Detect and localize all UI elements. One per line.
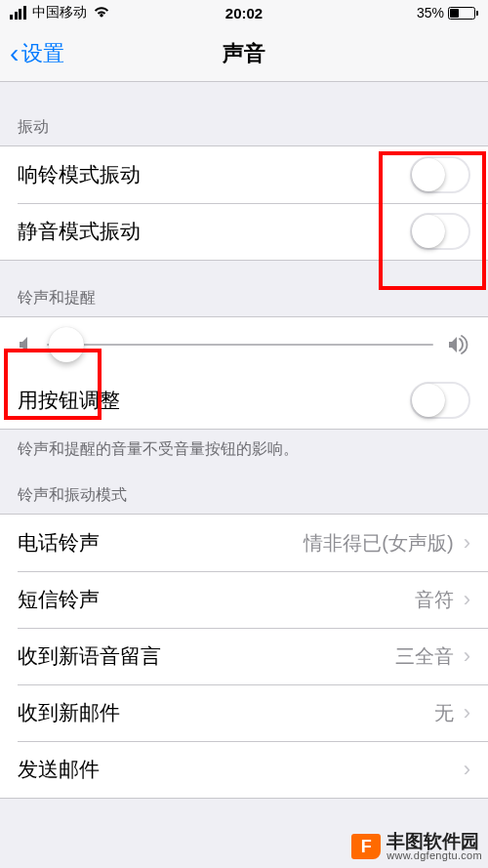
toggle-button-adjust[interactable] xyxy=(410,382,470,419)
chevron-left-icon: ‹ xyxy=(10,40,19,67)
button-adjust-group: 用按钮调整 xyxy=(0,372,488,430)
chevron-right-icon: › xyxy=(464,700,470,725)
label-new-mail: 收到新邮件 xyxy=(18,699,434,726)
volume-max-icon xyxy=(447,335,470,354)
row-new-voicemail[interactable]: 收到新语音留言 三全音 › xyxy=(0,628,488,684)
clock: 20:02 xyxy=(166,5,322,21)
value-ringtone: 情非得已(女声版) xyxy=(304,530,453,557)
chevron-right-icon: › xyxy=(464,530,470,556)
row-ringtone[interactable]: 电话铃声 情非得已(女声版) › xyxy=(0,515,488,571)
row-button-adjust: 用按钮调整 xyxy=(0,372,488,429)
row-sent-mail[interactable]: 发送邮件 › xyxy=(0,741,488,798)
value-text-tone: 音符 xyxy=(415,587,454,613)
label-ring-vibrate: 响铃模式振动 xyxy=(18,161,410,188)
status-left: 中国移动 xyxy=(10,4,166,21)
label-new-voicemail: 收到新语音留言 xyxy=(18,642,395,670)
watermark-brand: 丰图软件园 xyxy=(386,832,482,851)
row-ring-vibrate: 响铃模式振动 xyxy=(0,146,488,203)
status-right: 35% xyxy=(322,5,478,21)
section-header-ringer: 铃声和提醒 xyxy=(0,261,488,316)
nav-bar: ‹ 设置 声音 xyxy=(0,25,488,82)
label-silent-vibrate: 静音模式振动 xyxy=(18,218,410,245)
watermark-text: 丰图软件园 www.dgfengtu.com xyxy=(386,832,482,862)
back-label: 设置 xyxy=(21,39,64,68)
battery-icon xyxy=(448,7,478,20)
watermark: F 丰图软件园 www.dgfengtu.com xyxy=(351,832,482,862)
chevron-right-icon: › xyxy=(464,587,470,612)
volume-slider-row xyxy=(0,316,488,372)
battery-percent: 35% xyxy=(417,5,444,21)
footer-ringer: 铃声和提醒的音量不受音量按钮的影响。 xyxy=(0,430,488,466)
section-header-vibration: 振动 xyxy=(0,82,488,145)
slider-thumb[interactable] xyxy=(49,327,84,362)
label-button-adjust: 用按钮调整 xyxy=(18,387,410,414)
toggle-ring-vibrate[interactable] xyxy=(410,156,470,193)
chevron-right-icon: › xyxy=(464,757,470,782)
status-bar: 中国移动 20:02 35% xyxy=(0,0,488,25)
value-new-mail: 无 xyxy=(434,700,454,726)
chevron-right-icon: › xyxy=(464,643,470,669)
back-button[interactable]: ‹ 设置 xyxy=(10,39,64,68)
watermark-domain: www.dgfengtu.com xyxy=(386,850,482,862)
volume-min-icon xyxy=(18,335,33,354)
vibration-group: 响铃模式振动 静音模式振动 xyxy=(0,145,488,261)
signal-icon xyxy=(10,6,26,20)
toggle-silent-vibrate[interactable] xyxy=(410,213,470,250)
watermark-logo: F xyxy=(351,834,381,859)
label-ringtone: 电话铃声 xyxy=(18,529,304,557)
page-title: 声音 xyxy=(0,39,488,68)
carrier-label: 中国移动 xyxy=(32,4,87,21)
value-new-voicemail: 三全音 xyxy=(395,643,454,670)
row-new-mail[interactable]: 收到新邮件 无 › xyxy=(0,684,488,741)
row-text-tone[interactable]: 短信铃声 音符 › xyxy=(0,571,488,628)
volume-slider[interactable] xyxy=(47,344,433,346)
section-header-patterns: 铃声和振动模式 xyxy=(0,466,488,514)
label-text-tone: 短信铃声 xyxy=(18,586,415,613)
label-sent-mail: 发送邮件 xyxy=(18,756,454,783)
row-silent-vibrate: 静音模式振动 xyxy=(0,203,488,260)
wifi-icon xyxy=(93,5,110,21)
patterns-group: 电话铃声 情非得已(女声版) › 短信铃声 音符 › 收到新语音留言 三全音 ›… xyxy=(0,514,488,799)
